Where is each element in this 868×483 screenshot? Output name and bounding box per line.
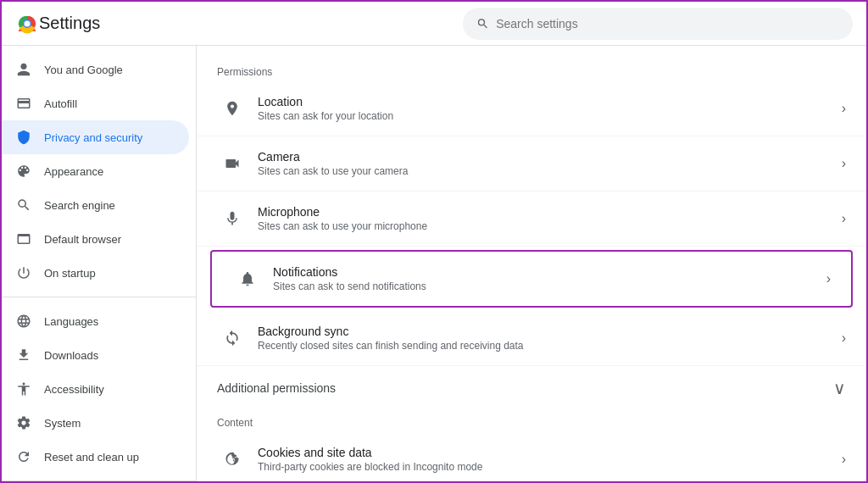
sidebar-item-on-startup[interactable]: On startup <box>2 256 189 290</box>
search-input[interactable] <box>496 17 839 31</box>
camera-text: Camera Sites can ask to use your camera <box>258 150 835 177</box>
sidebar-item-default-browser[interactable]: Default browser <box>2 222 189 256</box>
permission-item-background-sync[interactable]: Background sync Recently closed sites ca… <box>197 311 866 366</box>
permission-item-location[interactable]: Location Sites can ask for your location… <box>197 81 866 136</box>
sidebar-item-appearance[interactable]: Appearance <box>2 154 189 188</box>
sidebar-item-reset-and-clean-up[interactable]: Reset and clean up <box>2 440 189 474</box>
sidebar-item-downloads[interactable]: Downloads <box>2 338 189 372</box>
autofill-icon <box>15 95 32 112</box>
camera-chevron: › <box>842 156 846 171</box>
sidebar-item-label: System <box>44 417 81 430</box>
microphone-subtitle: Sites can ask to use your microphone <box>258 220 835 232</box>
notifications-subtitle: Sites can ask to send notifications <box>273 280 820 292</box>
camera-icon <box>217 148 248 179</box>
sidebar-item-label: Search engine <box>44 199 115 212</box>
svg-point-4 <box>25 20 31 26</box>
microphone-title: Microphone <box>258 205 835 219</box>
page-title: Settings <box>39 14 100 33</box>
cookies-title: Cookies and site data <box>258 446 835 459</box>
sync-icon <box>217 323 248 353</box>
notifications-title: Notifications <box>273 265 820 279</box>
location-title: Location <box>258 95 835 108</box>
microphone-chevron: › <box>842 211 846 226</box>
sidebar-item-label: You and Google <box>44 64 123 76</box>
additional-permissions-label: Additional permissions <box>217 381 336 395</box>
sidebar-item-accessibility[interactable]: Accessibility <box>2 372 189 406</box>
palette-icon <box>15 163 32 180</box>
search-icon <box>15 197 32 214</box>
microphone-text: Microphone Sites can ask to use your mic… <box>258 205 835 232</box>
sidebar-item-label: Accessibility <box>44 383 104 396</box>
cookies-text: Cookies and site data Third-party cookie… <box>258 446 835 473</box>
content-area: Permissions Location Sites can ask for y… <box>197 46 866 481</box>
permissions-section-label: Permissions <box>197 59 866 81</box>
sidebar-item-search-engine[interactable]: Search engine <box>2 188 189 222</box>
camera-subtitle: Sites can ask to use your camera <box>258 165 835 177</box>
sidebar-item-system[interactable]: System <box>2 406 189 440</box>
cookies-chevron: › <box>842 452 846 467</box>
location-chevron: › <box>842 101 846 116</box>
cookie-icon <box>217 444 248 475</box>
location-subtitle: Sites can ask for your location <box>258 110 835 122</box>
person-icon <box>15 61 32 78</box>
sidebar-item-label: Default browser <box>44 233 121 246</box>
browser-icon <box>15 230 32 247</box>
chevron-down-icon: ∨ <box>833 378 846 398</box>
permission-item-microphone[interactable]: Microphone Sites can ask to use your mic… <box>197 192 866 247</box>
sidebar-item-privacy-and-security[interactable]: Privacy and security <box>2 120 189 154</box>
search-icon <box>476 17 489 31</box>
background-sync-subtitle: Recently closed sites can finish sending… <box>258 340 835 352</box>
sidebar-item-label: Appearance <box>44 165 103 178</box>
sidebar-item-label: Downloads <box>44 349 98 362</box>
header: Settings <box>2 2 866 46</box>
globe-icon <box>15 313 32 330</box>
permission-item-camera[interactable]: Camera Sites can ask to use your camera … <box>197 136 866 192</box>
system-icon <box>15 414 32 431</box>
sidebar: You and Google Autofill Privacy and secu… <box>2 46 197 481</box>
bell-icon <box>232 264 263 294</box>
location-icon <box>217 93 248 124</box>
accessibility-icon <box>15 380 32 397</box>
refresh-icon <box>15 448 32 465</box>
permission-item-cookies[interactable]: Cookies and site data Third-party cookie… <box>197 432 866 481</box>
mic-icon <box>217 203 248 234</box>
sidebar-item-label: Languages <box>44 315 98 328</box>
sidebar-item-label: Privacy and security <box>44 131 142 144</box>
cookies-subtitle: Third-party cookies are blocked in Incog… <box>258 461 835 473</box>
sidebar-divider <box>2 297 196 297</box>
sidebar-item-label: Reset and clean up <box>44 451 139 464</box>
download-icon <box>15 347 32 364</box>
camera-title: Camera <box>258 150 835 164</box>
additional-permissions-section[interactable]: Additional permissions ∨ <box>197 366 866 410</box>
sidebar-divider-2 <box>2 480 196 481</box>
background-sync-text: Background sync Recently closed sites ca… <box>258 325 835 352</box>
sidebar-item-label: On startup <box>44 267 96 280</box>
chrome-logo <box>15 12 39 36</box>
main-layout: You and Google Autofill Privacy and secu… <box>2 46 866 481</box>
search-bar[interactable] <box>463 8 853 40</box>
location-text: Location Sites can ask for your location <box>258 95 835 122</box>
sidebar-item-autofill[interactable]: Autofill <box>2 86 189 120</box>
notifications-text: Notifications Sites can ask to send noti… <box>273 265 820 292</box>
sidebar-item-languages[interactable]: Languages <box>2 304 189 338</box>
background-sync-title: Background sync <box>258 325 835 338</box>
shield-icon <box>15 129 32 146</box>
permission-item-notifications[interactable]: Notifications Sites can ask to send noti… <box>210 250 853 308</box>
power-icon <box>15 264 32 281</box>
background-sync-chevron: › <box>842 330 846 346</box>
sidebar-item-label: Autofill <box>44 97 77 110</box>
notifications-chevron: › <box>826 271 831 286</box>
sidebar-item-you-and-google[interactable]: You and Google <box>2 53 189 86</box>
content-section-label: Content <box>197 410 866 432</box>
